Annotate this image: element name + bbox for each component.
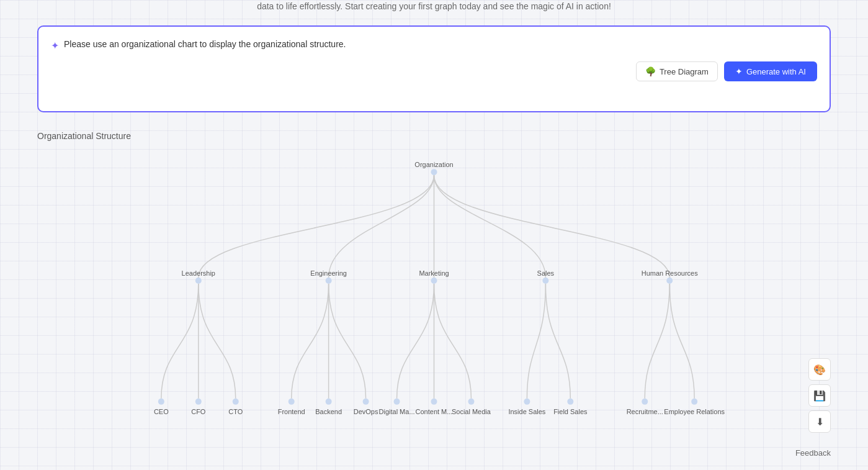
top-description: data to life effortlessly. Start creatin…: [37, 0, 831, 25]
cto-node: [233, 399, 239, 405]
prompt-text[interactable]: Please use an organizational chart to di…: [64, 39, 346, 49]
tree-icon: 🌳: [645, 66, 656, 76]
sparkle-icon: ✦: [51, 40, 59, 52]
right-tools-panel: 🎨 💾 ⬇: [808, 358, 831, 433]
ceo-node: [158, 399, 164, 405]
download-button[interactable]: ⬇: [808, 410, 831, 433]
leadership-label: Leadership: [182, 269, 215, 277]
inside-sales-label: Inside Sales: [508, 408, 545, 415]
content-label: Content M...: [416, 408, 453, 415]
emprel-label: Employee Relations: [664, 408, 725, 415]
cfo-label: CFO: [191, 408, 206, 415]
chart-section: Organizational Structure Organization: [37, 131, 831, 445]
field-sales-label: Field Sales: [553, 408, 588, 415]
social-node: [468, 399, 474, 405]
digital-label: Digital Ma...: [379, 408, 415, 415]
link-root-sales: [434, 175, 546, 278]
org-chart-svg: Organization Leadership Engineering: [37, 147, 831, 445]
link-hr-recruit: [645, 284, 669, 399]
link-mkt-digital: [397, 284, 434, 399]
ceo-label: CEO: [154, 408, 169, 415]
engineering-label: Engineering: [310, 269, 347, 277]
prompt-display: ✦ Please use an organizational chart to …: [51, 39, 817, 52]
devops-node: [363, 399, 369, 405]
link-hr-emprel: [669, 284, 694, 399]
hr-label: Human Resources: [642, 269, 698, 277]
emprel-node: [691, 399, 697, 405]
leadership-node: [195, 278, 202, 284]
frontend-node: [289, 399, 295, 405]
hr-node: [666, 278, 673, 284]
social-label: Social Media: [452, 408, 491, 415]
backend-node: [326, 399, 332, 405]
root-node: [431, 169, 437, 175]
recruit-node: [642, 399, 648, 405]
devops-label: DevOps: [354, 408, 378, 415]
link-mkt-social: [434, 284, 472, 399]
palette-button[interactable]: 🎨: [808, 358, 831, 381]
frontend-label: Frontend: [278, 408, 305, 415]
cfo-node: [195, 399, 202, 405]
save-button[interactable]: 💾: [808, 384, 831, 407]
input-actions: 🌳 Tree Diagram ✦ Generate with AI: [51, 61, 817, 81]
generate-button-label: Generate with AI: [746, 67, 806, 76]
link-leadership-ceo: [161, 284, 199, 399]
content-node: [431, 399, 437, 405]
feedback-link[interactable]: Feedback: [795, 448, 831, 458]
recruit-label: Recruitme...: [627, 408, 663, 415]
chart-container: Organization Leadership Engineering: [37, 147, 831, 445]
backend-label: Backend: [315, 408, 342, 415]
tree-diagram-label: Tree Diagram: [660, 67, 709, 76]
link-root-hr: [434, 175, 670, 278]
link-root-engineering: [329, 175, 434, 278]
cto-label: CTO: [228, 408, 243, 415]
link-eng-devops: [329, 284, 366, 399]
marketing-node: [431, 278, 437, 284]
link-eng-frontend: [292, 284, 329, 399]
chart-title: Organizational Structure: [37, 131, 831, 141]
root-label: Organization: [414, 161, 453, 168]
tree-diagram-button[interactable]: 🌳 Tree Diagram: [636, 61, 718, 81]
palette-icon: 🎨: [813, 364, 826, 376]
field-sales-node: [567, 399, 573, 405]
save-icon: 💾: [813, 390, 826, 402]
prompt-input-box: ✦ Please use an organizational chart to …: [37, 25, 831, 112]
intro-text: data to life effortlessly. Start creatin…: [257, 1, 611, 11]
inside-sales-node: [524, 399, 530, 405]
engineering-node: [326, 278, 332, 284]
marketing-label: Marketing: [419, 269, 449, 277]
download-icon: ⬇: [816, 416, 824, 428]
link-sales-field: [545, 284, 570, 399]
digital-node: [394, 399, 400, 405]
link-sales-inside: [527, 284, 545, 399]
generate-sparkle-icon: ✦: [735, 66, 743, 76]
sales-label: Sales: [537, 269, 555, 277]
link-root-leadership: [199, 175, 434, 278]
sales-node: [542, 278, 548, 284]
link-leadership-cto: [199, 284, 236, 399]
generate-ai-button[interactable]: ✦ Generate with AI: [724, 61, 817, 81]
